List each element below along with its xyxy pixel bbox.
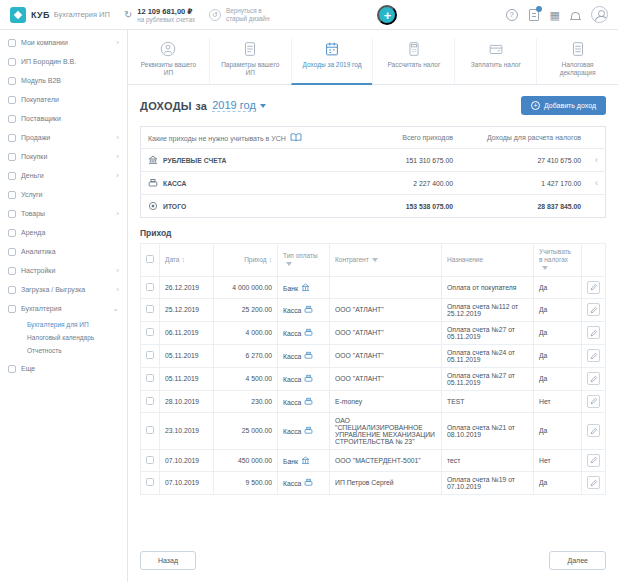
table-row[interactable]: 07.10.20199 500.00 Касса ИП Петров Серге…: [141, 471, 606, 494]
sort-icon[interactable]: ↕: [181, 256, 185, 263]
table-row[interactable]: 26.12.20194 000 000.00 Банк Оплата от по…: [141, 276, 606, 298]
old-design-link[interactable]: ↺ Вернуться в старый дизайн: [209, 7, 269, 23]
cash-register-icon: [148, 178, 158, 188]
chevron-down-icon: [260, 104, 266, 108]
sidebar-subitem-tax-calendar[interactable]: Налоговый календарь: [27, 331, 119, 344]
sort-icon[interactable]: ↕: [269, 256, 273, 263]
import-export-icon: [8, 286, 16, 294]
table-row[interactable]: 05.11.20194 500.00 Касса ООО "АТЛАНТ"Опл…: [141, 367, 606, 390]
step-pay-tax[interactable]: Заплатить налог: [454, 38, 536, 84]
filter-icon[interactable]: [372, 258, 378, 262]
col-date[interactable]: Дата↕: [160, 244, 214, 276]
edit-button[interactable]: [587, 303, 600, 316]
avatar[interactable]: [591, 6, 608, 23]
edit-button[interactable]: [587, 281, 600, 294]
table-row[interactable]: 23.10.201925 000.00 Касса ОАО "СПЕЦИАЛИЗ…: [141, 412, 606, 449]
col-contractor[interactable]: Контрагент: [330, 244, 442, 276]
pagination-footer: Назад Далее: [128, 541, 618, 582]
row-checkbox[interactable]: [146, 283, 154, 291]
step-calculate-tax[interactable]: Рассчитать налог: [372, 38, 454, 84]
accounting-submenu: Бухгалтерия для ИП Налоговый календарь О…: [0, 318, 127, 359]
row-checkbox[interactable]: [146, 426, 154, 434]
sidebar-item-money[interactable]: Деньги›: [0, 166, 127, 185]
sidebar-subitem-accounting-ip[interactable]: Бухгалтерия для ИП: [27, 318, 119, 331]
total-icon: [148, 201, 158, 211]
cash-register-icon: [304, 397, 313, 406]
page-title: ДОХОДЫ за: [140, 100, 207, 112]
sidebar-item-analytics[interactable]: Аналитика: [0, 242, 127, 261]
table-row[interactable]: 07.10.2019450 000.00 Банк ООО "МАСТЕРДЕН…: [141, 449, 606, 471]
sidebar-item-suppliers[interactable]: Поставщики: [0, 109, 127, 128]
step-parameters[interactable]: Параметры вашего ИП: [209, 38, 291, 84]
row-checkbox[interactable]: [146, 351, 154, 359]
col-taxable[interactable]: Учитывать в налогах: [534, 244, 582, 276]
analytics-icon: [8, 248, 16, 256]
row-checkbox[interactable]: [146, 328, 154, 336]
plus-icon: +: [531, 101, 540, 110]
app-window: КУБ Бухгалтерия ИП ↻ 12 109 681,00 ₽ на …: [0, 0, 618, 582]
table-row[interactable]: 06.11.20194 000.00 Касса ООО "АТЛАНТ"Опл…: [141, 321, 606, 344]
help-icon[interactable]: ?: [506, 9, 518, 21]
col-amount[interactable]: Приход↕: [214, 244, 278, 276]
edit-button[interactable]: [587, 395, 600, 408]
step-requisites[interactable]: Реквизиты вашего ИП: [128, 38, 209, 84]
back-button[interactable]: Назад: [140, 551, 196, 570]
edit-button[interactable]: [587, 326, 600, 339]
col-payment-type[interactable]: Тип оплаты: [278, 244, 330, 276]
edit-button[interactable]: [587, 454, 600, 467]
accounting-icon: [8, 305, 16, 313]
add-income-button[interactable]: + Добавить доход: [521, 96, 606, 115]
year-selector[interactable]: 2019 год: [212, 99, 256, 112]
company-icon: [8, 58, 16, 66]
edit-button[interactable]: [587, 476, 600, 489]
row-checkbox[interactable]: [146, 374, 154, 382]
book-icon[interactable]: [290, 133, 302, 142]
filter-icon[interactable]: [542, 266, 548, 270]
sidebar-item-sales[interactable]: Продажи›: [0, 128, 127, 147]
kub-logo-icon[interactable]: [10, 7, 26, 23]
step-income-2019[interactable]: Доходы за 2019 год: [291, 38, 373, 85]
sidebar-item-import-export[interactable]: Загрузка / Выгрузка›: [0, 280, 127, 299]
sidebar-item-ip-borodin[interactable]: ИП Бородин В.В.: [0, 52, 127, 71]
sidebar-item-purchases[interactable]: Покупки›: [0, 147, 127, 166]
row-checkbox[interactable]: [146, 478, 154, 486]
row-checkbox[interactable]: [146, 305, 154, 313]
table-row[interactable]: 05.11.20196 270.00 Касса ООО "АТЛАНТ"Опл…: [141, 344, 606, 367]
bank-icon: [301, 283, 310, 292]
documents-icon[interactable]: [529, 9, 539, 21]
sidebar-item-more[interactable]: Еще: [0, 359, 127, 378]
step-tax-declaration[interactable]: Налоговая декларация: [536, 38, 618, 84]
pencil-icon: [590, 397, 598, 405]
expand-row-icon[interactable]: ‹: [588, 149, 606, 172]
sidebar-subitem-reports[interactable]: Отчетность: [27, 344, 119, 357]
row-checkbox[interactable]: [146, 397, 154, 405]
bell-icon[interactable]: [571, 10, 580, 20]
apps-grid-icon[interactable]: ▦: [550, 9, 560, 21]
sidebar-item-accounting[interactable]: Бухгалтерия⌄: [0, 299, 127, 318]
table-row[interactable]: 28.10.2019230.00 Касса E-moneyTEST Нет: [141, 390, 606, 412]
cash-register-icon: [304, 328, 313, 337]
old-design-line2: старый дизайн: [226, 15, 269, 22]
sidebar-item-customers[interactable]: Покупатели: [0, 90, 127, 109]
sidebar-item-goods[interactable]: Товары›: [0, 204, 127, 223]
row-checkbox[interactable]: [146, 456, 154, 464]
pencil-icon: [590, 479, 598, 487]
sidebar-item-b2b[interactable]: Модуль B2B: [0, 71, 127, 90]
sidebar-item-my-companies[interactable]: Мои компании›: [0, 33, 127, 52]
sidebar-item-settings[interactable]: Настройки›: [0, 261, 127, 280]
edit-button[interactable]: [587, 424, 600, 437]
add-new-button[interactable]: +: [377, 5, 397, 25]
section-title: Приход: [140, 228, 606, 238]
table-row[interactable]: 25.12.201925 200.00 Касса ООО "АТЛАНТ"Оп…: [141, 298, 606, 321]
b2b-icon: [8, 77, 16, 85]
edit-button[interactable]: [587, 372, 600, 385]
select-all-checkbox[interactable]: [146, 255, 154, 263]
refresh-icon[interactable]: ↻: [124, 9, 132, 20]
sidebar-item-services[interactable]: Услуги: [0, 185, 127, 204]
expand-row-icon[interactable]: ‹: [588, 172, 606, 195]
next-button[interactable]: Далее: [549, 551, 606, 570]
filter-icon[interactable]: [286, 262, 292, 266]
edit-button[interactable]: [587, 349, 600, 362]
summary-taxable-value: 28 837 845.00: [460, 195, 588, 218]
sidebar-item-rent[interactable]: Аренда: [0, 223, 127, 242]
